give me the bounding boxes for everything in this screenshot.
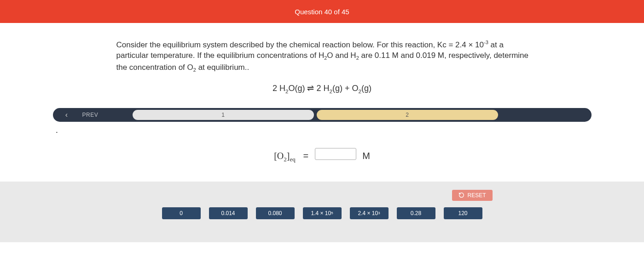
choice-5[interactable]: 0.28 bbox=[397, 207, 435, 219]
choices-row: 0 0.014 0.080 1.4 × 105 2.4 × 103 0.28 1… bbox=[0, 207, 644, 219]
question-content: Consider the equilibrium system describe… bbox=[0, 23, 644, 163]
question-counter: Question 40 of 45 bbox=[295, 8, 349, 16]
answer-choice-area: RESET 0 0.014 0.080 1.4 × 105 2.4 × 103 … bbox=[0, 182, 644, 242]
prev-button[interactable]: PREV bbox=[81, 112, 131, 118]
prev-arrow-icon[interactable]: ‹ bbox=[53, 111, 81, 119]
chemical-equation: 2 H2O(g) ⇌ 2 H2(g) + O2(g) bbox=[0, 83, 644, 94]
step-1-tab[interactable]: 1 bbox=[133, 110, 314, 120]
step-nav-pill: ‹ PREV 1 2 bbox=[53, 108, 592, 122]
reset-icon bbox=[458, 192, 464, 198]
choice-1[interactable]: 0.014 bbox=[209, 207, 248, 219]
concentration-input[interactable] bbox=[315, 148, 356, 160]
unit-label: M bbox=[362, 151, 370, 161]
concentration-label: [O2]eq bbox=[274, 151, 296, 161]
choice-6[interactable]: 120 bbox=[444, 207, 482, 219]
choice-0[interactable]: 0 bbox=[162, 207, 201, 219]
reset-label: RESET bbox=[467, 192, 486, 199]
question-prompt: Consider the equilibrium system describe… bbox=[108, 39, 536, 74]
equals-sign: = bbox=[303, 151, 308, 161]
step-nav-row: ‹ PREV 1 2 bbox=[0, 108, 644, 122]
reset-button[interactable]: RESET bbox=[452, 190, 492, 201]
choice-4[interactable]: 2.4 × 103 bbox=[350, 207, 389, 219]
question-header: Question 40 of 45 bbox=[0, 0, 644, 23]
step-2-tab[interactable]: 2 bbox=[317, 110, 498, 120]
step-container: 1 2 bbox=[131, 110, 499, 120]
choice-2[interactable]: 0.080 bbox=[256, 207, 295, 219]
choice-3[interactable]: 1.4 × 105 bbox=[303, 207, 342, 219]
bullet-dot: • bbox=[56, 130, 644, 134]
answer-input-row: [O2]eq = M bbox=[0, 148, 644, 163]
